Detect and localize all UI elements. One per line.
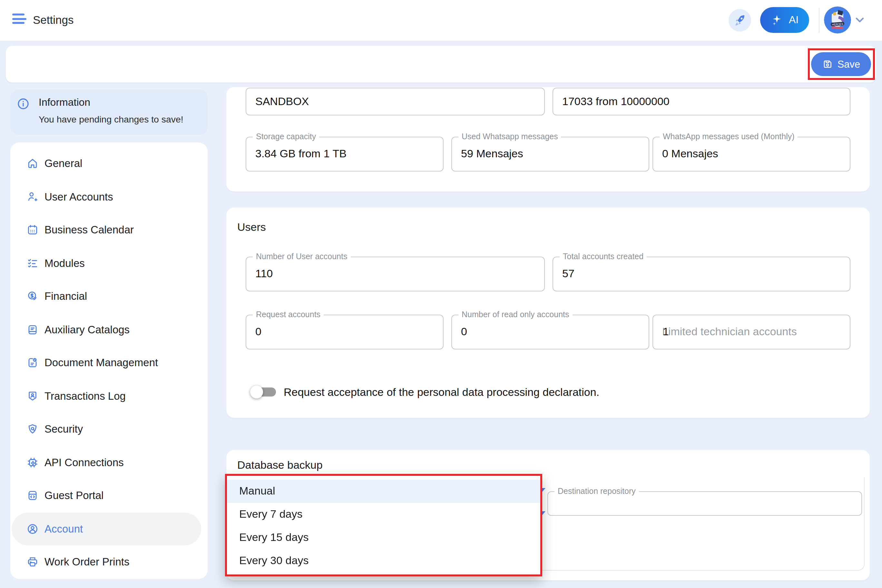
limited-technician-typed-value: 1: [663, 326, 669, 339]
personal-data-toggle-label: Request acceptance of the personal data …: [284, 386, 599, 399]
destination-repository-label: Destination repository: [555, 487, 639, 496]
number-of-user-accounts-field[interactable]: Number of User accounts 110: [246, 256, 545, 291]
rocket-button[interactable]: [729, 9, 751, 32]
api-chip-icon: [26, 456, 39, 469]
sidebar-item-account[interactable]: Account: [12, 512, 201, 546]
whatsapp-used-label: Used Whatsapp messages: [458, 132, 561, 141]
sidebar-item-label: API Connections: [45, 456, 124, 469]
sidebar-item-modules[interactable]: Modules: [10, 247, 208, 280]
plan-value: SANDBOX: [255, 95, 309, 108]
usage-field[interactable]: 17033 from 10000000: [552, 88, 850, 116]
dropdown-option-manual[interactable]: Manual: [227, 480, 540, 503]
database-backup-title: Database backup: [237, 459, 323, 472]
total-accounts-created-value: 57: [562, 268, 574, 280]
sidebar-item-label: Security: [45, 423, 83, 435]
whatsapp-used-value: 59 Mensajes: [461, 148, 523, 160]
sidebar-item-label: User Accounts: [45, 191, 113, 203]
user-plus-icon: [26, 191, 39, 203]
save-icon: [822, 58, 833, 70]
dollar-coin-icon: [26, 291, 39, 303]
request-accounts-label: Request accounts: [253, 310, 324, 319]
total-accounts-created-field[interactable]: Total accounts created 57: [552, 256, 850, 291]
portal-code-icon: [26, 490, 39, 502]
storage-capacity-label: Storage capacity: [253, 132, 319, 141]
users-section-title: Users: [237, 221, 266, 234]
request-accounts-value: 0: [255, 326, 261, 339]
destination-repository-field[interactable]: Destination repository: [548, 491, 862, 516]
info-icon: [17, 98, 30, 110]
whatsapp-used-field[interactable]: Used Whatsapp messages 59 Mensajes: [452, 136, 649, 171]
whatsapp-monthly-label: WhatsApp messages used (Monthly): [660, 132, 798, 141]
sidebar-item-api-connections[interactable]: API Connections: [10, 446, 208, 479]
document-clock-icon: [26, 357, 39, 369]
sidebar-item-general[interactable]: General: [10, 147, 208, 180]
read-only-accounts-value: 0: [461, 326, 467, 339]
number-of-user-accounts-value: 110: [255, 268, 273, 280]
plan-field[interactable]: SANDBOX: [246, 88, 545, 116]
sidebar-item-label: Document Management: [45, 357, 158, 369]
header-divider: [819, 8, 819, 33]
sidebar-item-label: Financial: [45, 291, 87, 303]
calendar-icon: [26, 224, 39, 236]
dropdown-option-every-7-days[interactable]: Every 7 days: [227, 503, 540, 526]
save-button[interactable]: Save: [811, 52, 871, 76]
user-avatar[interactable]: HÉROES: [824, 6, 851, 33]
transactions-badge-icon: [26, 390, 39, 402]
sidebar-item-auxiliary-catalogs[interactable]: Auxiliary Catalogs: [10, 313, 208, 346]
personal-data-toggle-knob[interactable]: [250, 386, 263, 399]
sidebar-item-security[interactable]: Security: [10, 412, 208, 446]
settings-page: Settings AI: [0, 0, 882, 588]
chevron-down-icon[interactable]: [856, 17, 864, 23]
sidebar-item-work-order-prints[interactable]: Work Order Prints: [10, 546, 208, 579]
sidebar-item-document-management[interactable]: Document Management: [10, 346, 208, 380]
dropdown-option-every-30-days[interactable]: Every 30 days: [227, 549, 540, 573]
page-title: Settings: [33, 0, 74, 40]
total-accounts-created-label: Total accounts created: [560, 252, 646, 261]
settings-sidebar: General User Accounts Business Calendar …: [10, 142, 208, 579]
sidebar-item-label: Guest Portal: [45, 490, 104, 502]
backup-frequency-dropdown annotation-box-dropdown: Manual Every 7 days Every 15 days Every …: [225, 474, 542, 576]
sparkle-icon: [771, 14, 784, 26]
home-icon: [26, 158, 39, 170]
info-banner-message: You have pending changes to save!: [39, 114, 183, 124]
sidebar-item-transactions-log[interactable]: Transactions Log: [10, 380, 208, 412]
app-header: Settings AI: [0, 0, 882, 40]
rocket-icon: [733, 14, 747, 27]
sidebar-item-guest-portal[interactable]: Guest Portal: [10, 479, 208, 512]
sidebar-item-label: Modules: [45, 257, 85, 270]
users-card: Users Number of User accounts 110 Total …: [226, 208, 870, 418]
ai-button-label: AI: [789, 14, 798, 26]
sidebar-item-label: Transactions Log: [45, 390, 126, 402]
info-banner: Information You have pending changes to …: [10, 90, 208, 135]
sidebar-item-label: Work Order Prints: [45, 556, 129, 568]
whatsapp-monthly-value: 0 Mensajes: [662, 148, 718, 160]
shield-icon: [26, 423, 39, 435]
sidebar-item-label: Auxiliary Catalogs: [45, 324, 130, 336]
sidebar-item-business-calendar[interactable]: Business Calendar: [10, 213, 208, 247]
checklist-icon: [26, 257, 39, 270]
sidebar-item-label: Business Calendar: [45, 224, 134, 236]
hamburger-menu-icon[interactable]: [12, 14, 28, 26]
save-button-label: Save: [837, 58, 860, 70]
request-accounts-field[interactable]: Request accounts 0: [246, 315, 444, 350]
ai-button[interactable]: AI: [760, 7, 809, 33]
catalog-book-icon: [26, 324, 39, 336]
sidebar-item-label: Account: [45, 523, 83, 535]
sidebar-item-financial[interactable]: Financial: [10, 280, 208, 313]
dropdown-option-every-15-days[interactable]: Every 15 days: [227, 526, 540, 549]
limited-technician-accounts-field[interactable]: Limited technician accounts 1: [652, 315, 850, 350]
printer-icon: [26, 556, 39, 568]
action-toolbar: [6, 46, 876, 82]
sidebar-item-label: General: [45, 158, 82, 170]
account-circle-icon: [26, 523, 39, 535]
storage-capacity-value: 3.84 GB from 1 TB: [255, 148, 346, 160]
read-only-accounts-field[interactable]: Number of read only accounts 0: [452, 315, 649, 350]
usage-value: 17033 from 10000000: [562, 95, 669, 108]
account-overview-card: SANDBOX 17033 from 10000000 Storage capa…: [226, 87, 870, 192]
storage-capacity-field[interactable]: Storage capacity 3.84 GB from 1 TB: [246, 136, 444, 171]
number-of-user-accounts-label: Number of User accounts: [253, 252, 350, 261]
whatsapp-monthly-field[interactable]: WhatsApp messages used (Monthly) 0 Mensa…: [652, 136, 850, 171]
read-only-accounts-label: Number of read only accounts: [458, 310, 573, 319]
sidebar-item-user-accounts[interactable]: User Accounts: [10, 180, 208, 213]
info-banner-title: Information: [39, 97, 90, 108]
